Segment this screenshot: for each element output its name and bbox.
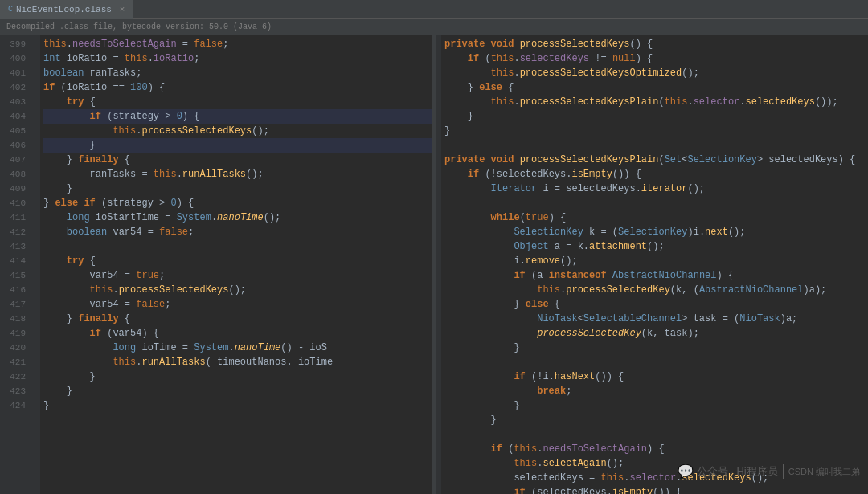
code-line: } else { [444,297,868,312]
code-line: this.processSelectedKeysPlain(this.selec… [444,95,868,109]
code-line: if (!selectedKeys.isEmpty()) { [444,167,868,182]
left-code-area: 399400401402 403404405406 407408409410 4… [0,35,432,494]
left-pane: 399400401402 403404405406 407408409410 4… [0,35,432,494]
code-line: } [444,341,868,355]
code-line: if (strategy > 0) { [43,109,432,124]
code-line: processSelectedKey(k, task); [444,326,868,341]
code-line: this.processSelectedKey(k, (AbstractNioC… [444,283,868,297]
code-line: } [43,398,432,413]
tab-label: NioEventLoop.class [16,5,112,14]
info-bar: Decompiled .class file, bytecode version… [0,19,868,35]
code-line: } finally { [43,153,432,167]
code-line: } [43,138,432,153]
code-line: if (selectedKeys.isEmpty()) { [444,485,868,494]
code-line: } else { [444,80,868,95]
code-line: try { [43,95,432,109]
code-line: } [444,398,868,413]
code-line: } [43,369,432,384]
code-line [43,239,432,254]
code-line: } [444,124,868,138]
code-line: boolean ranTasks; [43,66,432,80]
right-code-content: private void processSelectedKeys() { if … [441,35,868,494]
code-line: var54 = false; [43,297,432,312]
code-line: if (!i.hasNext()) { [444,369,868,384]
tab-close-icon[interactable]: × [120,5,125,14]
code-line: ranTasks = this.runAllTasks(); [43,167,432,182]
code-line: } [43,384,432,398]
code-line: int ioRatio = this.ioRatio; [43,51,432,66]
tab-file-icon: C [8,5,13,14]
code-line: this.processSelectedKeys(); [43,283,432,297]
tab-bar: C NioEventLoop.class × [0,0,868,19]
code-line: long ioStartTime = System.nanoTime(); [43,210,432,225]
code-line: if (this.needsToSelectAgain) { [444,442,868,456]
info-bar-text: Decompiled .class file, bytecode version… [6,22,272,31]
right-pane: private void processSelectedKeys() { if … [436,35,868,494]
code-line: if (var54) { [43,326,432,341]
code-line: long ioTime = System.nanoTime() - ioS [43,341,432,355]
code-line: NioTask<SelectableChannel> task = (NioTa… [444,312,868,326]
code-line: this.runAllTasks( timeoutNanos. ioTime [43,355,432,369]
left-line-numbers: 399400401402 403404405406 407408409410 4… [0,35,31,494]
code-line: } [444,413,868,427]
code-line: Iterator i = selectedKeys.iterator(); [444,182,868,196]
code-line: } [444,109,868,124]
code-line: this.selectAgain(); [444,456,868,471]
code-line: this.processSelectedKeys(); [43,124,432,138]
code-line [444,355,868,369]
code-line: boolean var54 = false; [43,225,432,239]
code-line: while(true) { [444,210,868,225]
code-line: } finally { [43,312,432,326]
right-code-area: private void processSelectedKeys() { if … [436,35,868,494]
code-line [444,196,868,210]
code-line: } [43,182,432,196]
code-line: var54 = true; [43,268,432,283]
code-line: try { [43,254,432,268]
tab-nioeventloop[interactable]: C NioEventLoop.class × [0,0,133,19]
left-gutter [31,35,40,494]
code-line: if (ioRatio == 100) { [43,80,432,95]
code-line: break; [444,384,868,398]
code-line: selectedKeys = this.selector.selectedKey… [444,471,868,485]
code-line [444,138,868,153]
code-line: if (this.selectedKeys != null) { [444,51,868,66]
code-line: SelectionKey k = (SelectionKey)i.next(); [444,225,868,239]
code-line: } else if (strategy > 0) { [43,196,432,210]
code-line: this.processSelectedKeysOptimized(); [444,66,868,80]
code-line: if (a instanceof AbstractNioChannel) { [444,268,868,283]
code-line: Object a = k.attachment(); [444,239,868,254]
code-line: private void processSelectedKeys() { [444,37,868,51]
code-line: this.needsToSelectAgain = false; [43,37,432,51]
code-line: private void processSelectedKeysPlain(Se… [444,153,868,167]
code-line [444,427,868,442]
code-line: i.remove(); [444,254,868,268]
editor-container: 399400401402 403404405406 407408409410 4… [0,35,868,494]
left-code-content: this.needsToSelectAgain = false; int ioR… [40,35,432,494]
